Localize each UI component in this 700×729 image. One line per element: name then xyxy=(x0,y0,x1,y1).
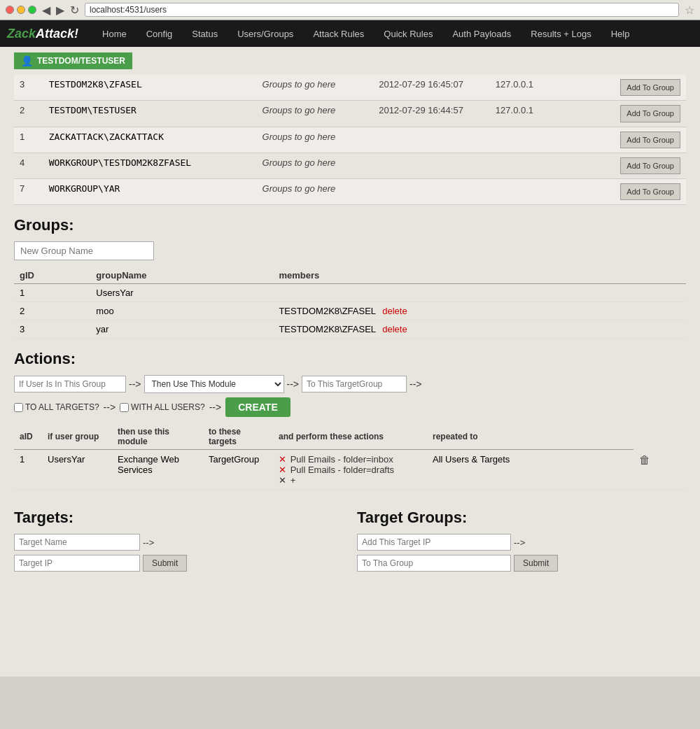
actions-form-row2: TO ALL TARGETS? --> WITH ALL USERS? --> … xyxy=(14,397,686,417)
with-all-users-label: WITH ALL USERS? xyxy=(120,402,205,412)
add-target-ip-input[interactable] xyxy=(357,534,511,551)
row-username: WORKGROUP\YAR xyxy=(43,179,257,205)
if-user-group-input[interactable] xyxy=(14,376,126,392)
target-groups-submit-button[interactable]: Submit xyxy=(514,555,558,572)
target-name-row: --> xyxy=(14,534,343,551)
module-select[interactable]: Then Use This Module xyxy=(144,375,284,393)
col-header-gid: gID xyxy=(14,267,90,284)
placeholder-x: ✕ xyxy=(279,475,286,486)
nav-results-logs[interactable]: Results + Logs xyxy=(521,23,601,45)
arrow1: --> xyxy=(129,378,141,390)
nav-users-groups[interactable]: Users/Groups xyxy=(227,23,303,45)
action-group: UsersYar xyxy=(42,450,112,490)
with-all-users-text: WITH ALL USERS? xyxy=(131,402,205,412)
table-row: 1 ZACKATTACK\ZACKATTACK Groups to go her… xyxy=(14,127,686,153)
add-to-group-button[interactable]: Add To Group xyxy=(620,105,680,122)
targets-submit-button[interactable]: Submit xyxy=(143,555,187,572)
row-id: 3 xyxy=(14,75,43,101)
bookmark-icon[interactable]: ☆ xyxy=(685,3,694,17)
target-group-input[interactable] xyxy=(302,376,407,392)
target-group-name-row: Submit xyxy=(357,555,686,572)
delete-member-link[interactable]: delete xyxy=(382,324,407,334)
row-date xyxy=(373,127,490,153)
add-to-group-cell: Add To Group xyxy=(587,101,686,127)
row-ip: 127.0.0.1 xyxy=(490,101,587,127)
group-id: 2 xyxy=(14,302,90,320)
to-this-group-input[interactable] xyxy=(357,555,511,572)
add-to-group-button[interactable]: Add To Group xyxy=(620,157,680,174)
target-ip-input[interactable] xyxy=(14,555,140,572)
row-date xyxy=(373,179,490,205)
with-all-users-checkbox[interactable] xyxy=(120,403,129,412)
users-table: 3 TESTDOM2K8\ZFASEL Groups to go here 20… xyxy=(14,75,686,205)
action-row: 1 UsersYar Exchange Web Services TargetG… xyxy=(14,450,686,490)
action-text-1: Pull Emails - folder=inbox xyxy=(290,454,393,465)
remove-action-1[interactable]: ✕ xyxy=(279,454,286,465)
group-members: TESTDOM2K8\ZFASEL delete xyxy=(273,320,686,339)
remove-action-2[interactable]: ✕ xyxy=(279,465,286,475)
row-groups: Groups to go here xyxy=(257,75,374,101)
add-to-group-cell: Add To Group xyxy=(587,179,686,205)
forward-icon[interactable]: ▶ xyxy=(56,3,64,17)
table-row: 2 TESTDOM\TESTUSER Groups to go here 201… xyxy=(14,101,686,127)
target-name-input[interactable] xyxy=(14,534,140,551)
arrow3: --> xyxy=(410,378,422,390)
close-button[interactable] xyxy=(6,6,14,14)
new-group-input[interactable] xyxy=(14,241,154,260)
to-all-targets-text: TO ALL TARGETS? xyxy=(25,402,99,412)
repeated-text: All Users & Targets xyxy=(433,454,510,465)
delete-action-icon[interactable]: 🗑 xyxy=(639,454,650,466)
add-action-button[interactable]: + xyxy=(290,475,296,486)
nav-quick-rules[interactable]: Quick Rules xyxy=(374,23,442,45)
group-row: 3 yar TESTDOM2K8\ZFASEL delete xyxy=(14,320,686,339)
nav-status[interactable]: Status xyxy=(182,23,227,45)
current-user-label: TESTDOM/TESTUSER xyxy=(37,56,125,66)
nav-config[interactable]: Config xyxy=(136,23,183,45)
col-module: then use this module xyxy=(112,424,203,450)
row-date xyxy=(373,153,490,178)
targets-header: Targets: xyxy=(14,509,343,527)
col-actions: and perform these actions xyxy=(273,424,427,450)
logo-accent: Zack xyxy=(7,27,36,41)
row-ip xyxy=(490,127,587,153)
row-username: TESTDOM2K8\ZFASEL xyxy=(43,75,257,101)
row-groups: Groups to go here xyxy=(257,127,374,153)
arrow4: --> xyxy=(104,402,116,413)
minimize-button[interactable] xyxy=(17,6,25,14)
browser-chrome: ◀ ▶ ↻ localhost:4531/users ☆ xyxy=(0,0,700,20)
actions-table: aID if user group then use this module t… xyxy=(14,424,686,490)
delete-member-link[interactable]: delete xyxy=(382,306,407,316)
add-to-group-button[interactable]: Add To Group xyxy=(620,79,680,96)
action-id: 1 xyxy=(14,450,42,490)
target-arrow: --> xyxy=(143,537,154,548)
main-content: 👤 TESTDOM/TESTUSER 3 TESTDOM2K8\ZFASEL G… xyxy=(0,47,700,677)
back-icon[interactable]: ◀ xyxy=(42,3,50,17)
group-row: 1 UsersYar xyxy=(14,284,686,302)
row-id: 7 xyxy=(14,179,43,205)
current-user-badge: 👤 TESTDOM/TESTUSER xyxy=(14,52,132,69)
nav-items: Home Config Status Users/Groups Attack R… xyxy=(92,23,639,45)
nav-auth-payloads[interactable]: Auth Payloads xyxy=(442,23,521,45)
maximize-button[interactable] xyxy=(28,6,36,14)
nav-attack-rules[interactable]: Attack Rules xyxy=(303,23,374,45)
refresh-icon[interactable]: ↻ xyxy=(70,3,79,17)
col-header-groupname: groupName xyxy=(90,267,273,284)
group-members xyxy=(273,284,686,302)
to-all-targets-checkbox[interactable] xyxy=(14,403,23,412)
row-groups: Groups to go here xyxy=(257,179,374,205)
target-group-ip-row: --> xyxy=(357,534,686,551)
nav-help[interactable]: Help xyxy=(601,23,640,45)
groups-section-header: Groups: xyxy=(14,216,686,234)
nav-home[interactable]: Home xyxy=(92,23,136,45)
address-bar[interactable]: localhost:4531/users xyxy=(85,3,679,17)
action-delete-cell: 🗑 xyxy=(634,450,686,490)
add-to-group-button[interactable]: Add To Group xyxy=(620,183,680,200)
member-name: TESTDOM2K8\ZFASEL xyxy=(279,324,375,334)
browser-buttons xyxy=(6,6,36,14)
action-plus-row: ✕ + xyxy=(279,475,421,486)
groups-table: gID groupName members 1 UsersYar 2 moo T… xyxy=(14,267,686,339)
target-groups-header: Target Groups: xyxy=(357,509,686,527)
tg-arrow1: --> xyxy=(514,537,525,548)
create-button[interactable]: CREATE xyxy=(225,397,290,417)
add-to-group-button[interactable]: Add To Group xyxy=(620,132,680,148)
